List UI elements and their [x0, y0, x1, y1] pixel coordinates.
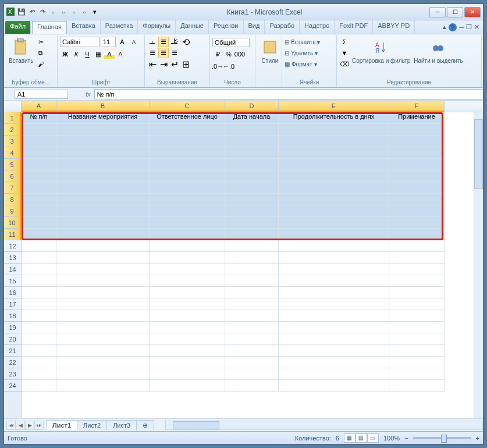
tab-home[interactable]: Главная — [32, 21, 67, 34]
cell[interactable] — [279, 240, 389, 252]
cell[interactable] — [56, 298, 150, 310]
cell[interactable] — [389, 287, 445, 298]
cell[interactable] — [22, 124, 56, 136]
cell[interactable] — [225, 298, 279, 310]
view-layout-icon[interactable]: ▤ — [356, 433, 367, 443]
cell[interactable] — [225, 252, 279, 264]
row-header[interactable]: 14 — [4, 264, 21, 275]
italic-button[interactable]: К — [71, 49, 81, 59]
cell[interactable] — [56, 205, 150, 217]
zoom-out-button[interactable]: − — [404, 435, 408, 442]
copy-icon[interactable]: ⧉ — [35, 48, 46, 58]
cell[interactable] — [56, 229, 150, 240]
cell[interactable] — [56, 124, 150, 136]
cell[interactable] — [56, 380, 150, 392]
cell[interactable] — [56, 252, 150, 264]
tab-developer[interactable]: Разрабо — [265, 20, 300, 34]
comma-icon[interactable]: 000 — [234, 49, 245, 59]
cell[interactable] — [225, 170, 279, 182]
autosum-icon[interactable]: Σ — [339, 37, 350, 47]
cell[interactable] — [22, 287, 56, 298]
cell[interactable] — [150, 136, 225, 147]
cell[interactable] — [150, 380, 225, 392]
cell[interactable] — [150, 322, 225, 333]
cell[interactable] — [279, 368, 389, 380]
tab-insert[interactable]: Вставка — [67, 20, 101, 34]
tab-file[interactable]: Файл — [5, 21, 31, 34]
cell[interactable] — [56, 322, 150, 333]
cell[interactable] — [279, 322, 389, 333]
cell[interactable] — [389, 217, 445, 229]
close-button[interactable]: ✕ — [464, 7, 481, 17]
decrease-decimal-icon[interactable]: ←.0 — [223, 61, 234, 72]
cell[interactable] — [389, 264, 445, 275]
view-pagebreak-icon[interactable]: ▭ — [367, 433, 379, 443]
increase-decimal-icon[interactable]: .0→ — [212, 61, 223, 72]
row-header[interactable]: 20 — [4, 333, 21, 345]
column-header[interactable]: D — [225, 101, 279, 112]
qat-icon[interactable]: ▫ — [59, 8, 68, 17]
cell[interactable] — [225, 229, 279, 240]
cell[interactable] — [225, 147, 279, 159]
cell[interactable] — [225, 136, 279, 147]
cell[interactable] — [279, 357, 389, 368]
cell[interactable] — [279, 136, 389, 147]
row-header[interactable]: 1 — [4, 112, 21, 124]
cell[interactable] — [150, 217, 225, 229]
cell[interactable] — [279, 205, 389, 217]
cell[interactable] — [150, 357, 225, 368]
formula-bar[interactable] — [94, 89, 483, 99]
cell[interactable] — [225, 205, 279, 217]
cell[interactable] — [56, 368, 150, 380]
cell[interactable] — [225, 380, 279, 392]
row-header[interactable]: 3 — [4, 136, 21, 147]
font-size-input[interactable] — [101, 37, 116, 47]
cell[interactable] — [225, 264, 279, 275]
cell[interactable] — [150, 298, 225, 310]
cell[interactable] — [389, 345, 445, 357]
cell[interactable] — [225, 240, 279, 252]
find-select-button[interactable]: Найти и выделить — [413, 37, 464, 65]
cell[interactable] — [22, 182, 56, 194]
cell[interactable]: Продолжительность в днях — [279, 112, 389, 124]
qat-dropdown-icon[interactable]: ▾ — [90, 8, 99, 17]
row-header[interactable]: 16 — [4, 287, 21, 298]
align-bottom-icon[interactable]: ⫡ — [169, 37, 180, 47]
cell[interactable] — [225, 368, 279, 380]
cell[interactable] — [56, 345, 150, 357]
cell[interactable] — [389, 182, 445, 194]
cell[interactable] — [56, 240, 150, 252]
delete-cells-button[interactable]: ⊟Удалить▾ — [285, 48, 320, 58]
grow-font-icon[interactable]: A — [117, 37, 127, 47]
row-header[interactable]: 10 — [4, 217, 21, 229]
cell[interactable] — [389, 333, 445, 345]
cell[interactable] — [150, 252, 225, 264]
new-sheet-button[interactable]: ⊕ — [136, 420, 154, 431]
cell[interactable] — [279, 264, 389, 275]
row-header[interactable]: 18 — [4, 310, 21, 322]
row-header[interactable]: 19 — [4, 322, 21, 333]
row-header[interactable]: 5 — [4, 159, 21, 170]
sheet-nav-last-icon[interactable]: ⏭ — [34, 421, 44, 430]
cell[interactable]: Дата начала — [225, 112, 279, 124]
horizontal-scrollbar[interactable] — [165, 421, 483, 430]
cell[interactable] — [56, 333, 150, 345]
row-header[interactable]: 23 — [4, 368, 21, 380]
cell[interactable] — [279, 159, 389, 170]
sheet-nav-next-icon[interactable]: ▶ — [25, 421, 34, 430]
cell[interactable] — [22, 194, 56, 205]
currency-icon[interactable]: ₽ — [212, 49, 223, 59]
row-header[interactable]: 6 — [4, 170, 21, 182]
cell[interactable] — [279, 229, 389, 240]
styles-button[interactable]: Стили — [258, 37, 282, 65]
cell[interactable] — [150, 194, 225, 205]
cell[interactable] — [225, 333, 279, 345]
align-middle-icon[interactable]: ≡ — [158, 37, 169, 47]
paste-button[interactable]: Вставить — [8, 37, 34, 65]
cell[interactable] — [279, 310, 389, 322]
cell[interactable] — [22, 159, 56, 170]
cell[interactable] — [56, 357, 150, 368]
cell[interactable] — [22, 136, 56, 147]
cell[interactable] — [22, 345, 56, 357]
font-color-icon[interactable]: A — [115, 49, 126, 59]
